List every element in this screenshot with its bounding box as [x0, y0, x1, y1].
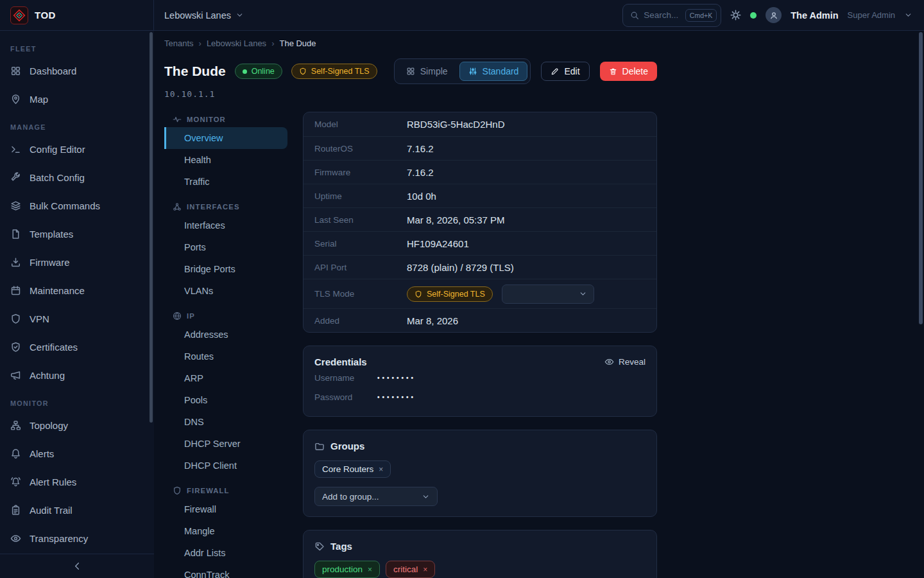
subnav-item-conntrack[interactable]: ConnTrack — [164, 564, 287, 578]
theme-toggle-sun-icon[interactable] — [730, 10, 741, 21]
detail-label: Uptime — [314, 191, 407, 201]
sidebar-item-templates[interactable]: Templates — [0, 220, 154, 248]
subnav-item-addr-lists[interactable]: Addr Lists — [164, 542, 287, 564]
subnav-item-traffic[interactable]: Traffic — [164, 171, 287, 193]
edit-button[interactable]: Edit — [541, 62, 589, 81]
detail-value: 10d 0h — [407, 191, 436, 202]
sidebar-item-bulk-commands[interactable]: Bulk Commands — [0, 191, 154, 220]
sidebar-item-transparency[interactable]: Transparency — [0, 524, 154, 552]
groups-card: Groups Core Routers × Add to group... — [303, 430, 657, 517]
view-mode-simple-button[interactable]: Simple — [397, 62, 457, 81]
subnav-item-interfaces[interactable]: Interfaces — [164, 215, 287, 236]
sidebar-item-map[interactable]: Map — [0, 85, 154, 113]
map-pin-icon — [10, 94, 21, 105]
sidebar-item-firmware[interactable]: Firmware — [0, 248, 154, 276]
subnav-item-dns[interactable]: DNS — [164, 411, 287, 433]
subnav-section-monitor: MONITOR Overview Health Traffic — [164, 112, 287, 193]
breadcrumb-separator: › — [271, 39, 274, 48]
sidebar-item-label: Audit Trail — [30, 505, 73, 516]
header-actions: Simple Standard Edit Delete — [394, 58, 657, 84]
add-to-group-select[interactable]: Add to group... — [314, 487, 438, 506]
subnav-item-dhcp-server[interactable]: DHCP Server — [164, 433, 287, 455]
subnav-item-dhcp-client[interactable]: DHCP Client — [164, 455, 287, 477]
sidebar-item-maintenance[interactable]: Maintenance — [0, 276, 154, 304]
tenant-switcher[interactable]: Lebowski Lanes — [164, 10, 244, 21]
group-chip-label: Core Routers — [322, 464, 373, 474]
subnav-item-vlans[interactable]: VLANs — [164, 280, 287, 302]
subnav-item-routes[interactable]: Routes — [164, 346, 287, 367]
sidebar-item-config-editor[interactable]: Config Editor — [0, 135, 154, 163]
globe-icon — [173, 311, 182, 320]
sidebar-item-alert-rules[interactable]: Alert Rules — [0, 468, 154, 496]
subnav-item-overview[interactable]: Overview — [164, 127, 287, 149]
shield-icon — [10, 313, 21, 324]
view-mode-standard-button[interactable]: Standard — [459, 62, 528, 81]
sidebar-item-audit-trail[interactable]: Audit Trail — [0, 496, 154, 524]
sidebar-section-label: MONITOR — [0, 399, 154, 407]
credential-masked-value: •••••••• — [377, 394, 416, 401]
sidebar-item-certificates[interactable]: Certificates — [0, 333, 154, 361]
credential-masked-value: •••••••• — [377, 374, 416, 381]
detail-row-uptime: Uptime 10d 0h — [304, 184, 656, 207]
online-dot-icon — [243, 69, 247, 74]
reveal-button[interactable]: Reveal — [604, 357, 646, 367]
reveal-label: Reveal — [619, 357, 646, 367]
tls-mode-select[interactable] — [502, 285, 594, 304]
subnav-header-label: MONITOR — [187, 116, 226, 123]
search-box[interactable]: Cmd+K — [622, 4, 721, 27]
detail-value: 7.16.2 — [407, 143, 434, 154]
detail-value: HF109A24601 — [407, 238, 469, 249]
avatar[interactable] — [766, 7, 782, 23]
breadcrumb-tenant[interactable]: Lebowski Lanes — [207, 39, 266, 48]
sidebar-item-vpn[interactable]: VPN — [0, 304, 154, 333]
user-menu-chevron-icon[interactable] — [904, 11, 912, 19]
calendar-icon — [10, 285, 21, 296]
bell-ring-icon — [10, 477, 21, 487]
credential-row-username: Username •••••••• — [314, 369, 646, 387]
sidebar-item-label: Certificates — [30, 342, 78, 353]
detail-label: Serial — [314, 239, 407, 249]
subnav-item-bridge-ports[interactable]: Bridge Ports — [164, 258, 287, 280]
detail-label: Firmware — [314, 168, 407, 177]
detail-value: RBD53iG-5HacD2HnD — [407, 119, 505, 130]
sidebar-item-batch-config[interactable]: Batch Config — [0, 163, 154, 191]
terminal-icon — [10, 144, 21, 155]
page-scrollbar[interactable] — [919, 32, 923, 324]
subnav-item-arp[interactable]: ARP — [164, 367, 287, 389]
sidebar-collapse-button[interactable] — [0, 554, 154, 578]
delete-button[interactable]: Delete — [600, 62, 657, 81]
activity-icon — [173, 115, 182, 124]
subnav-item-firewall[interactable]: Firewall — [164, 498, 287, 520]
subnav-item-addresses[interactable]: Addresses — [164, 324, 287, 346]
breadcrumb-tenants[interactable]: Tenants — [164, 39, 194, 48]
subnav-item-mangle[interactable]: Mangle — [164, 520, 287, 542]
subnav-item-pools[interactable]: Pools — [164, 389, 287, 411]
tls-badge: Self-Signed TLS — [291, 64, 377, 79]
sidebar-item-achtung[interactable]: Achtung — [0, 361, 154, 389]
tag-chip-critical: critical × — [386, 561, 435, 578]
topbar-right: Cmd+K The Admin Super Admin — [622, 4, 924, 27]
subnav-item-ports[interactable]: Ports — [164, 236, 287, 258]
subnav-header-label: INTERFACES — [187, 203, 240, 211]
remove-chip-button[interactable]: × — [423, 566, 427, 574]
page-title: The Dude — [164, 64, 226, 79]
credential-label: Password — [314, 392, 377, 402]
device-subnav: MONITOR Overview Health Traffic INTERFAC… — [164, 112, 287, 578]
subnav-item-health[interactable]: Health — [164, 149, 287, 171]
shield-icon — [299, 67, 307, 75]
sidebar-item-label: Templates — [30, 229, 73, 240]
file-icon — [10, 229, 21, 240]
sidebar-item-label: Firmware — [30, 257, 70, 268]
detail-row-serial: Serial HF109A24601 — [304, 231, 656, 255]
search-input[interactable] — [644, 10, 681, 20]
sidebar-item-topology[interactable]: Topology — [0, 411, 154, 439]
sidebar-item-label: Alert Rules — [30, 477, 76, 487]
remove-chip-button[interactable]: × — [379, 466, 383, 473]
sidebar-scrollbar[interactable] — [150, 32, 153, 423]
topbar: TOD Lebowski Lanes Cmd+K The Admin Super… — [0, 0, 924, 31]
tag-chip-label: production — [322, 565, 363, 574]
sidebar-item-alerts[interactable]: Alerts — [0, 439, 154, 468]
detail-label: TLS Mode — [314, 289, 407, 299]
remove-chip-button[interactable]: × — [368, 566, 372, 574]
sidebar-item-dashboard[interactable]: Dashboard — [0, 57, 154, 85]
